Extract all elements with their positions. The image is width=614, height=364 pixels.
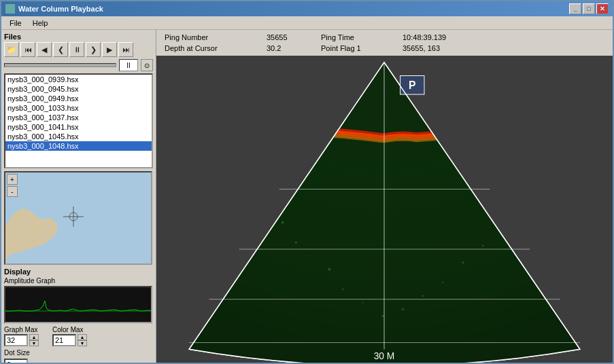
color-max-spinner: ▲ ▼ (78, 334, 87, 346)
zoom-out-button[interactable]: - (7, 186, 18, 197)
mini-map: + - (4, 171, 152, 265)
list-item[interactable]: nysb3_000_0949.hsx (5, 94, 152, 103)
fps-spinner[interactable]: ⊙ (141, 59, 153, 71)
graph-max-down[interactable]: ▼ (29, 340, 39, 346)
list-item[interactable]: nysb3_000_0945.hsx (5, 84, 152, 94)
files-label: Files (4, 33, 153, 41)
ping-number-label: Ping Number (165, 33, 267, 41)
main-content: Files 📁 ⏮ ◀ ❮ ⏸ ❯ ▶ ⏭ II ⊙ (1, 30, 613, 363)
menu-bar: File Help (1, 16, 613, 30)
svg-point-33 (422, 295, 424, 297)
depth-label: Depth at Cursor (165, 44, 267, 52)
graph-max-spinner: ▲ ▼ (29, 334, 39, 346)
svg-point-27 (309, 255, 310, 257)
ping-time-value: 10:48:39.139 (403, 33, 604, 41)
pause-button[interactable]: ⏸ (69, 42, 84, 57)
list-item[interactable]: nysb3_000_0939.hsx (5, 75, 152, 84)
svg-point-25 (282, 221, 284, 224)
minimize-button[interactable]: _ (569, 3, 581, 14)
sonar-display: 30 M P (156, 56, 613, 363)
files-section: Files 📁 ⏮ ◀ ❮ ⏸ ❯ ▶ ⏭ II ⊙ (4, 33, 153, 168)
list-item[interactable]: nysb3_000_1045.hsx (5, 132, 152, 141)
speed-display: II (119, 59, 138, 71)
svg-point-35 (462, 261, 464, 264)
color-max-value: 21 (52, 334, 76, 346)
ping-time-label: Ping Time (321, 33, 403, 41)
point-flag-label: Point Flag 1 (321, 44, 403, 52)
close-button[interactable]: ✕ (596, 3, 609, 14)
svg-rect-16 (5, 287, 152, 323)
graph-max-row: 32 ▲ ▼ (4, 334, 39, 346)
depth-value: 30.2 (267, 44, 321, 52)
point-flag-value: 35655, 163 (403, 44, 604, 52)
list-item[interactable]: nysb3_000_1041.hsx (5, 122, 152, 132)
graph-max-up[interactable]: ▲ (29, 334, 39, 340)
svg-point-28 (328, 268, 330, 270)
help-menu[interactable]: Help (27, 18, 54, 29)
graph-max-label: Graph Max (4, 326, 39, 333)
list-item[interactable]: nysb3_000_1037.hsx (5, 113, 152, 122)
svg-text:30 M: 30 M (374, 351, 395, 361)
left-panel: Files 📁 ⏮ ◀ ❮ ⏸ ❯ ▶ ⏭ II ⊙ (1, 30, 156, 363)
svg-point-36 (482, 245, 484, 247)
dot-size-label: Dot Size (4, 349, 153, 357)
file-menu[interactable]: File (4, 18, 27, 29)
dot-size-group: Dot Size 3 (4, 349, 153, 363)
svg-point-29 (342, 288, 344, 290)
display-label: Display (4, 268, 153, 276)
next-button[interactable]: ❯ (86, 42, 101, 57)
ping-number-value: 35655 (267, 33, 321, 41)
playback-toolbar: 📁 ⏮ ◀ ❮ ⏸ ❯ ▶ ⏭ (4, 42, 153, 57)
info-bar: Ping Number 35655 Ping Time 10:48:39.139… (156, 30, 613, 56)
color-max-down[interactable]: ▼ (78, 340, 87, 346)
rewind-button[interactable]: ⏮ (20, 42, 35, 57)
right-panel: Ping Number 35655 Ping Time 10:48:39.139… (156, 30, 613, 363)
window-icon (5, 4, 15, 14)
step-back-button[interactable]: ◀ (37, 42, 52, 57)
graph-max-value: 32 (4, 334, 28, 346)
prev-button[interactable]: ❮ (53, 42, 68, 57)
graph-max-group: Graph Max 32 ▲ ▼ (4, 326, 39, 346)
maximize-button[interactable]: □ (583, 3, 595, 14)
window-title: Water Column Playback (18, 5, 569, 13)
list-item[interactable]: nysb3_000_1033.hsx (5, 103, 152, 113)
list-item-selected[interactable]: nysb3_000_1048.hsx (5, 141, 152, 151)
file-list[interactable]: nysb3_000_0939.hsx nysb3_000_0945.hsx ny… (4, 73, 153, 168)
color-max-up[interactable]: ▲ (78, 334, 87, 340)
speed-slider-row: II ⊙ (4, 59, 153, 71)
amplitude-graph-label: Amplitude Graph (4, 277, 153, 285)
main-window: Water Column Playback _ □ ✕ File Help Fi… (0, 0, 614, 364)
speed-slider[interactable] (4, 63, 116, 67)
map-land-svg (5, 172, 151, 263)
color-max-group: Color Max 21 ▲ ▼ (52, 326, 87, 346)
open-button[interactable]: 📁 (4, 42, 19, 57)
display-section: Display Amplitude Graph (4, 268, 153, 363)
svg-point-34 (442, 282, 443, 283)
graph-controls: Graph Max 32 ▲ ▼ Color Max 21 (4, 326, 153, 346)
fast-forward-button[interactable]: ⏭ (118, 42, 133, 57)
svg-point-31 (382, 315, 384, 317)
svg-point-26 (295, 242, 297, 244)
svg-text:P: P (409, 79, 415, 91)
amplitude-graph (4, 286, 152, 323)
dot-size-value: 3 (4, 359, 28, 363)
svg-point-32 (402, 308, 405, 310)
zoom-in-button[interactable]: + (7, 174, 18, 185)
play-button[interactable]: ▶ (102, 42, 117, 57)
sonar-svg: 30 M P (156, 56, 613, 363)
title-bar: Water Column Playback _ □ ✕ (1, 1, 613, 16)
svg-point-30 (362, 302, 364, 304)
color-max-row: 21 ▲ ▼ (52, 334, 87, 346)
window-controls: _ □ ✕ (569, 3, 609, 14)
amplitude-graph-svg (5, 287, 152, 323)
color-max-label: Color Max (52, 326, 87, 333)
